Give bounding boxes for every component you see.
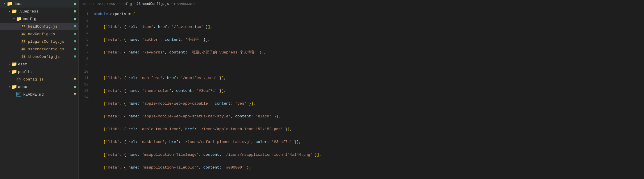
sidebar-item-configjs[interactable]: JS config.js M	[0, 76, 78, 83]
expand-arrow: ›	[7, 70, 12, 74]
git-badge: U	[74, 47, 76, 51]
bc-filename: headConfig.js	[142, 2, 169, 6]
folder-icon: 📁	[12, 62, 17, 67]
line-numbers: 1 2 3 4 5 6 7 8 9 10 11 12 13 14	[79, 10, 93, 177]
expand-arrow: ▾	[7, 85, 12, 89]
status-dot	[74, 18, 76, 20]
git-badge: U	[74, 25, 76, 28]
sidebar-item-label: config.js	[23, 77, 74, 82]
bc-symbol: <unknown>	[177, 2, 196, 6]
folder-icon: 📁	[16, 16, 22, 22]
sidebar-item-label: themeConfig.js	[28, 55, 74, 59]
js-icon: JS	[16, 77, 21, 82]
js-icon: JS	[21, 47, 26, 51]
bc-vuepress: .vuepress	[96, 2, 115, 6]
sidebar-item-navconfig[interactable]: JS navConfig.js U	[0, 30, 78, 38]
bc-sep2: ›	[116, 2, 118, 6]
sidebar-item-label: pluginsConfig.js	[28, 40, 74, 44]
sidebar-item-headconfig[interactable]: JS headConfig.js U	[0, 23, 78, 30]
js-icon: JS	[21, 32, 26, 36]
bc-icon: ⊕	[174, 2, 176, 6]
sidebar-item-docs[interactable]: ▾ 📁 docs	[0, 0, 78, 8]
sidebar-item-label: headConfig.js	[28, 24, 74, 29]
sidebar-item-readme[interactable]: M↓ README.md M	[0, 91, 78, 98]
expand-arrow: ▾	[12, 17, 16, 21]
git-badge: M	[74, 78, 76, 81]
sidebar-item-sidebarconfig[interactable]: JS sidebarConfig.js U	[0, 45, 78, 53]
git-badge: U	[74, 40, 76, 43]
sidebar-item-label: .vuepress	[18, 9, 74, 14]
bc-config: config	[119, 2, 132, 6]
sidebar-item-label: about	[18, 85, 74, 89]
sidebar-item-themeconfig[interactable]: JS themeConfig.js U	[0, 53, 78, 60]
js-icon: JS	[21, 54, 26, 59]
sidebar-item-public[interactable]: › 📁 public	[0, 68, 78, 76]
js-icon: JS	[21, 24, 26, 29]
sidebar-item-vuepress[interactable]: ▾ 📁 .vuepress	[0, 8, 78, 15]
sidebar: ▾ 📁 docs ▾ 📁 .vuepress ▾ 📁 config JS hea…	[0, 0, 79, 179]
editor-panel: docs › .vuepress › config › JS headConfi…	[79, 0, 644, 179]
expand-arrow: ▾	[7, 10, 12, 13]
sidebar-item-label: README.md	[23, 92, 74, 97]
sidebar-item-label: config	[23, 17, 74, 21]
folder-icon: 📁	[7, 1, 12, 6]
status-dot	[74, 3, 76, 5]
bc-sep3: ›	[133, 2, 135, 6]
expand-arrow: ›	[7, 63, 12, 66]
folder-icon: 📁	[12, 9, 17, 14]
sidebar-item-about[interactable]: ▾ 📁 about	[0, 83, 78, 91]
folder-icon: 📁	[12, 84, 17, 90]
git-badge: U	[74, 32, 76, 36]
sidebar-item-label: navConfig.js	[28, 32, 74, 36]
sidebar-item-config[interactable]: ▾ 📁 config	[0, 15, 78, 23]
sidebar-item-pluginsconfig[interactable]: JS pluginsConfig.js U	[0, 38, 78, 45]
bc-js-label: JS	[136, 2, 140, 6]
js-icon: JS	[21, 39, 26, 44]
breadcrumb: docs › .vuepress › config › JS headConfi…	[79, 0, 644, 8]
md-icon: M↓	[16, 92, 21, 97]
status-dot	[74, 10, 76, 12]
bc-sep4: ›	[170, 2, 172, 6]
folder-icon: 📁	[12, 69, 17, 74]
sidebar-item-dist[interactable]: › 📁 dist	[0, 60, 78, 68]
sidebar-item-label: docs	[13, 2, 74, 6]
code-content[interactable]: module.exports = [ ['link', { rel: 'icon…	[93, 10, 644, 177]
expand-arrow: ▾	[2, 2, 7, 6]
git-badge: M	[74, 93, 76, 96]
code-area[interactable]: 1 2 3 4 5 6 7 8 9 10 11 12 13 14 module.…	[79, 8, 644, 179]
status-dot	[74, 86, 76, 88]
sidebar-item-label: public	[18, 70, 78, 74]
bc-docs: docs	[83, 2, 92, 6]
bc-sep1: ›	[93, 2, 95, 6]
sidebar-item-label: dist	[18, 62, 78, 67]
git-badge: U	[74, 55, 76, 58]
sidebar-item-label: sidebarConfig.js	[28, 47, 74, 51]
